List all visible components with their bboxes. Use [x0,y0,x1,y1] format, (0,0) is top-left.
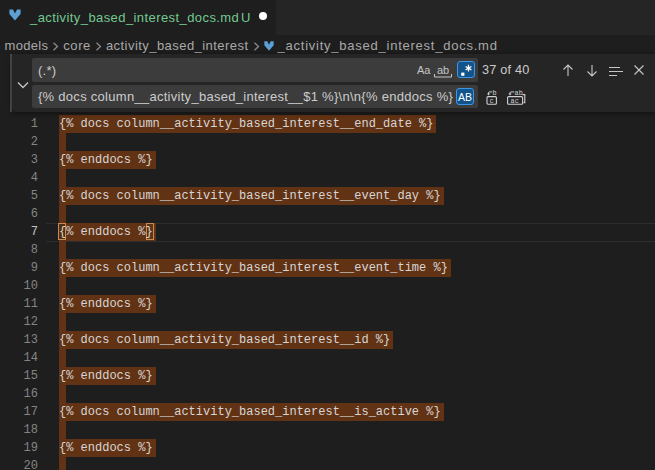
svg-text:ac: ac [511,97,519,105]
svg-text:b: b [492,89,496,97]
svg-text:c: c [490,97,494,105]
svg-text:ab: ab [515,89,523,97]
